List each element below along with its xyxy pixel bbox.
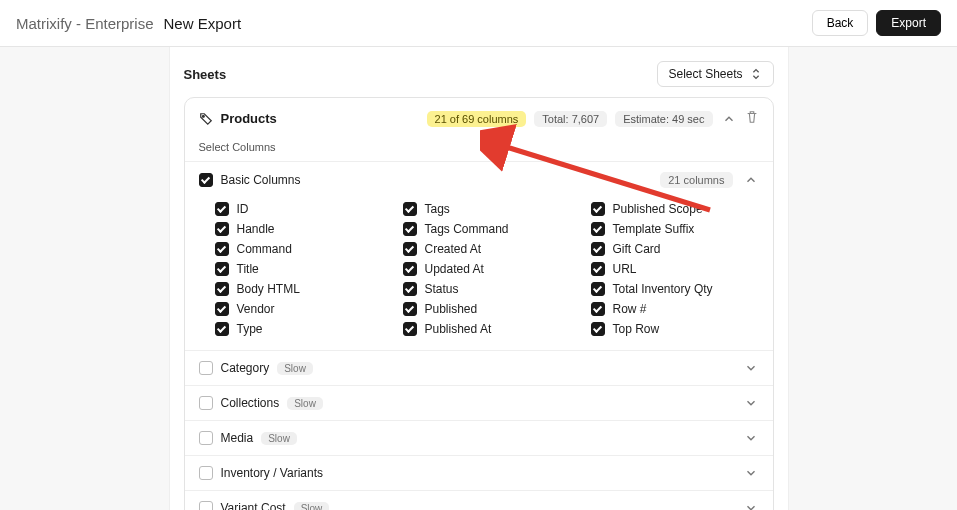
basic-columns-section-header[interactable]: Basic Columns 21 columns [185,161,773,198]
page-title: New Export [164,15,242,32]
column-checkbox[interactable] [215,202,229,216]
column-item[interactable]: Type [215,322,383,336]
column-item[interactable]: Tags Command [403,222,571,236]
column-label: Type [237,322,263,336]
column-label: Vendor [237,302,275,316]
column-checkbox[interactable] [591,282,605,296]
column-item[interactable]: Tags [403,202,571,216]
section-checkbox[interactable] [199,361,213,375]
column-label: Command [237,242,292,256]
chevron-down-icon [744,501,758,510]
column-checkbox[interactable] [215,222,229,236]
section-checkbox[interactable] [199,466,213,480]
top-actions: Back Export [812,10,941,36]
column-item[interactable]: Body HTML [215,282,383,296]
column-checkbox[interactable] [403,202,417,216]
column-item[interactable]: Created At [403,242,571,256]
products-title: Products [221,111,277,126]
basic-columns-collapse[interactable] [743,173,759,187]
column-checkbox[interactable] [591,302,605,316]
section-checkbox[interactable] [199,431,213,445]
basic-columns-grid: IDTagsPublished ScopeHandleTags CommandT… [185,198,773,350]
column-item[interactable]: Published At [403,322,571,336]
column-checkbox[interactable] [215,282,229,296]
section-expand[interactable] [743,431,759,445]
column-checkbox[interactable] [591,242,605,256]
products-panel-header: Products 21 of 69 columns Total: 7,607 E… [185,98,773,137]
column-label: Published Scope [613,202,703,216]
section-expand[interactable] [743,466,759,480]
basic-columns-checkbox[interactable] [199,173,213,187]
column-checkbox[interactable] [403,242,417,256]
column-checkbox[interactable] [403,282,417,296]
column-label: Row # [613,302,647,316]
column-checkbox[interactable] [403,322,417,336]
column-checkbox[interactable] [215,302,229,316]
column-item[interactable]: ID [215,202,383,216]
app-name: Matrixify - Enterprise [16,15,154,32]
top-bar: Matrixify - Enterprise New Export Back E… [0,0,957,47]
section-checkbox[interactable] [199,396,213,410]
column-checkbox[interactable] [403,262,417,276]
tag-icon [199,112,213,126]
column-label: Total Inventory Qty [613,282,713,296]
section-row[interactable]: Variant CostSlow [185,490,773,510]
column-item[interactable]: Vendor [215,302,383,316]
column-checkbox[interactable] [591,322,605,336]
collapse-panel-button[interactable] [721,112,737,126]
section-row[interactable]: CollectionsSlow [185,385,773,420]
column-checkbox[interactable] [403,222,417,236]
column-item[interactable]: Command [215,242,383,256]
delete-sheet-button[interactable] [745,110,759,127]
columns-count-badge: 21 of 69 columns [427,111,527,127]
sheets-header: Sheets Select Sheets [184,61,774,87]
export-button[interactable]: Export [876,10,941,36]
column-label: URL [613,262,637,276]
column-label: Tags [425,202,450,216]
slow-badge: Slow [287,397,323,410]
breadcrumb: Matrixify - Enterprise New Export [16,15,241,32]
back-button[interactable]: Back [812,10,869,36]
column-item[interactable]: Total Inventory Qty [591,282,759,296]
column-item[interactable]: Status [403,282,571,296]
column-label: Published At [425,322,492,336]
chevron-down-icon [744,466,758,480]
section-checkbox[interactable] [199,501,213,510]
section-row[interactable]: CategorySlow [185,350,773,385]
column-checkbox[interactable] [215,322,229,336]
column-checkbox[interactable] [215,262,229,276]
column-checkbox[interactable] [591,222,605,236]
slow-badge: Slow [261,432,297,445]
column-item[interactable]: Row # [591,302,759,316]
sheets-title: Sheets [184,67,227,82]
column-item[interactable]: Handle [215,222,383,236]
select-sheets-label: Select Sheets [668,67,742,81]
column-label: Tags Command [425,222,509,236]
section-row[interactable]: MediaSlow [185,420,773,455]
column-item[interactable]: Published [403,302,571,316]
section-expand[interactable] [743,501,759,510]
section-expand[interactable] [743,361,759,375]
column-item[interactable]: Published Scope [591,202,759,216]
select-sheets-button[interactable]: Select Sheets [657,61,773,87]
section-expand[interactable] [743,396,759,410]
slow-badge: Slow [294,502,330,511]
section-row[interactable]: Inventory / Variants [185,455,773,490]
section-title: Inventory / Variants [221,466,324,480]
trash-icon [745,110,759,124]
column-item[interactable]: Title [215,262,383,276]
column-label: Gift Card [613,242,661,256]
column-label: ID [237,202,249,216]
column-label: Top Row [613,322,660,336]
column-item[interactable]: Gift Card [591,242,759,256]
column-item[interactable]: Template Suffix [591,222,759,236]
column-item[interactable]: Updated At [403,262,571,276]
column-item[interactable]: Top Row [591,322,759,336]
chevron-down-icon [744,361,758,375]
column-item[interactable]: URL [591,262,759,276]
column-checkbox[interactable] [591,262,605,276]
chevron-down-icon [744,396,758,410]
column-checkbox[interactable] [215,242,229,256]
column-checkbox[interactable] [591,202,605,216]
column-checkbox[interactable] [403,302,417,316]
